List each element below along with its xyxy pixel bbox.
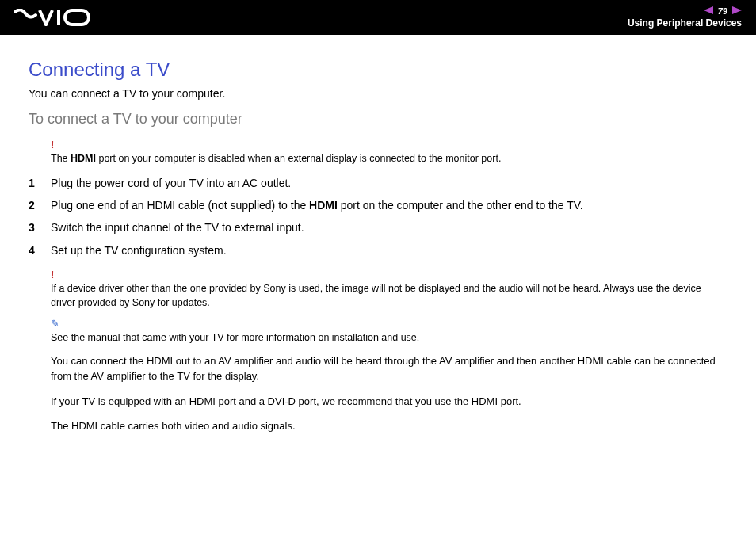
step-item: 2 Plug one end of an HDMI cable (not sup… (29, 196, 727, 214)
warning-icon: ! (51, 269, 727, 280)
warn1-bold: HDMI (71, 153, 96, 164)
step-list: 1 Plug the power cord of your TV into an… (29, 174, 727, 260)
step2-bold: HDMI (309, 199, 338, 212)
warning-text-1: The HDMI port on your computer is disabl… (51, 152, 727, 166)
warning-block-1: ! The HDMI port on your computer is disa… (29, 139, 727, 166)
tip-text: See the manual that came with your TV fo… (51, 331, 727, 345)
page-content: Connecting a TV You can connect a TV to … (0, 35, 756, 460)
body-paragraph: You can connect the HDMI out to an AV am… (51, 353, 727, 384)
svg-rect-0 (57, 10, 60, 25)
tip-icon: ✎ (51, 318, 727, 330)
warning-text-2: If a device driver other than the one pr… (51, 282, 727, 310)
step2-post: port on the computer and the other end t… (338, 199, 583, 212)
step2-pre: Plug one end of an HDMI cable (not suppl… (51, 199, 309, 212)
svg-marker-3 (732, 6, 742, 14)
step-text: Switch the input channel of the TV to ex… (51, 219, 727, 236)
vaio-logo (14, 9, 92, 26)
page-number: 79 (718, 6, 727, 16)
step-number: 2 (29, 196, 51, 214)
step-number: 4 (29, 242, 51, 259)
header-right: 79 Using Peripheral Devices (628, 6, 742, 29)
post-steps-block: ! If a device driver other than the one … (29, 269, 727, 434)
warn1-pre: The (51, 153, 71, 164)
step-item: 4 Set up the TV configuration system. (29, 242, 727, 259)
page-title: Connecting a TV (29, 59, 727, 81)
svg-rect-1 (65, 10, 89, 25)
body-paragraph: If your TV is equipped with an HDMI port… (51, 394, 727, 410)
step-text: Plug the power cord of your TV into an A… (51, 174, 727, 192)
section-subheading: To connect a TV to your computer (29, 111, 727, 128)
page-header: 79 Using Peripheral Devices (0, 0, 756, 35)
body-paragraph: The HDMI cable carries both video and au… (51, 418, 727, 434)
lead-text: You can connect a TV to your computer. (29, 87, 727, 100)
warn1-post: port on your computer is disabled when a… (96, 153, 501, 164)
step-text: Set up the TV configuration system. (51, 242, 727, 259)
step-number: 1 (29, 174, 51, 192)
next-page-arrow-icon[interactable] (732, 6, 742, 16)
step-text: Plug one end of an HDMI cable (not suppl… (51, 196, 727, 214)
svg-marker-2 (704, 6, 713, 14)
page-nav: 79 (704, 6, 742, 16)
prev-page-arrow-icon[interactable] (704, 6, 713, 16)
step-number: 3 (29, 219, 51, 236)
step-item: 3 Switch the input channel of the TV to … (29, 219, 727, 236)
step-item: 1 Plug the power cord of your TV into an… (29, 174, 727, 192)
warning-icon: ! (51, 139, 727, 151)
breadcrumb: Using Peripheral Devices (628, 17, 742, 29)
